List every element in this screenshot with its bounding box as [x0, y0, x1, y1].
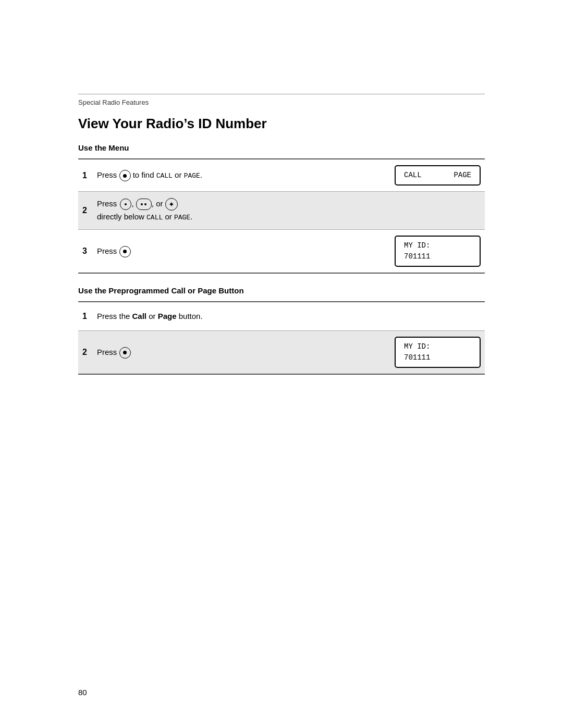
- section2-header: Use the Preprogrammed Call or Page Butto…: [78, 286, 485, 295]
- star-button-icon: ✦: [165, 198, 178, 211]
- step2-2-desc: Press: [97, 346, 395, 359]
- display-myid-value-1: 701111: [404, 251, 471, 262]
- page-number: 80: [78, 688, 87, 697]
- display-myid-label-2: MY ID:: [404, 341, 471, 352]
- code-call-2: CALL: [146, 214, 163, 221]
- bold-call: Call: [132, 312, 147, 320]
- step2-1-number: 1: [82, 312, 97, 321]
- display-myid-value-2: 701111: [404, 352, 471, 363]
- section-use-menu: Use the Menu 1 Press to find CALL or PAG…: [78, 143, 485, 274]
- menu-scroll-icon: [119, 170, 131, 181]
- code-page-1: PAGE: [184, 172, 200, 180]
- step-2-number: 2: [82, 206, 97, 215]
- section2-steps: 1 Press the Call or Page button. 2 Press…: [78, 301, 485, 375]
- section1-steps: 1 Press to find CALL or PAGE. CALL PAGE …: [78, 158, 485, 274]
- bold-page: Page: [158, 312, 177, 320]
- display-page: PAGE: [454, 170, 471, 181]
- step2-2-display: MY ID: 701111: [395, 337, 481, 368]
- step-3-desc: Press: [97, 245, 395, 257]
- display-call: CALL: [404, 170, 422, 181]
- ok-btn-icon-1: [119, 246, 131, 257]
- code-call-1: CALL: [156, 172, 173, 180]
- step-2-desc: Press , , or ✦ directly below CALL or PA…: [97, 198, 481, 224]
- display-myid-label-1: MY ID:: [404, 240, 471, 251]
- step-1-number: 1: [82, 171, 97, 180]
- step-3-display: MY ID: 701111: [395, 236, 481, 267]
- step2-1-desc: Press the Call or Page button.: [97, 310, 481, 323]
- code-page-2: PAGE: [174, 214, 190, 221]
- section1-header: Use the Menu: [78, 143, 485, 152]
- step-1-row: 1 Press to find CALL or PAGE. CALL PAGE: [78, 159, 485, 191]
- step2-2-number: 2: [82, 348, 97, 357]
- step-1-desc: Press to find CALL or PAGE.: [97, 169, 395, 182]
- step2-1-row: 1 Press the Call or Page button.: [78, 302, 485, 330]
- single-dot-icon: [120, 199, 131, 210]
- step-1-display: CALL PAGE: [395, 165, 481, 186]
- double-dot-icon: [136, 199, 152, 210]
- section-preprogrammed: Use the Preprogrammed Call or Page Butto…: [78, 286, 485, 375]
- step-3-row: 3 Press MY ID: 701111: [78, 229, 485, 273]
- step2-2-row: 2 Press MY ID: 701111: [78, 330, 485, 374]
- ok-btn-icon-2: [119, 347, 131, 359]
- step-3-number: 3: [82, 246, 97, 256]
- step-2-row: 2 Press , , or ✦ directly below CALL: [78, 191, 485, 229]
- breadcrumb-text: Special Radio Features: [78, 98, 149, 106]
- page-title: View Your Radio’s ID Number: [78, 116, 485, 132]
- breadcrumb: Special Radio Features: [78, 94, 485, 106]
